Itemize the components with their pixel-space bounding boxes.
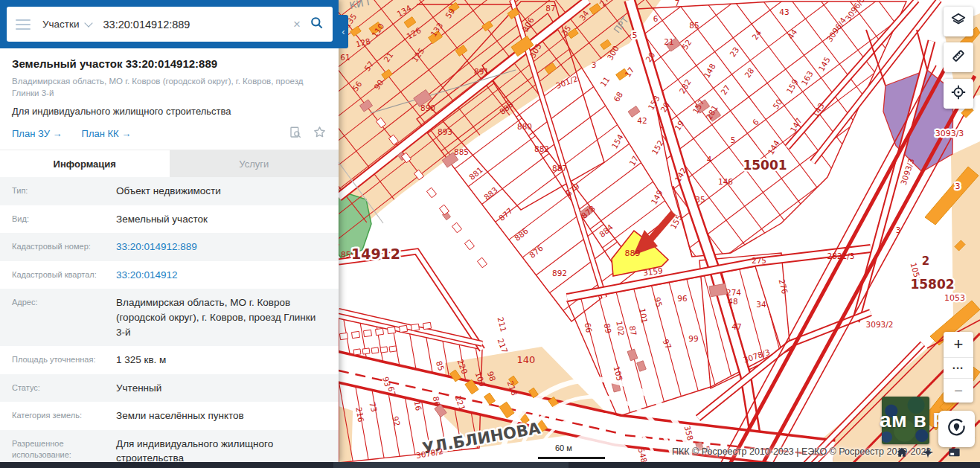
- geolocate-button[interactable]: [938, 411, 975, 447]
- parcel-label: 15001: [743, 158, 787, 173]
- object-title: Земельный участок 33:20:014912:889: [12, 57, 327, 70]
- parcel-label: 61: [340, 53, 350, 62]
- parcel-label: 3093/2: [866, 320, 894, 329]
- zoom-in-button[interactable]: +: [944, 332, 973, 357]
- parcel-label: 87: [628, 325, 638, 336]
- locate-object-button[interactable]: [944, 79, 973, 109]
- zoom-controls: + ••• −: [944, 332, 973, 403]
- zoom-out-button[interactable]: −: [944, 379, 973, 403]
- parcel-label: 42: [637, 116, 647, 125]
- zoom-more-button[interactable]: •••: [944, 357, 973, 379]
- parcel-label: 85: [689, 21, 699, 30]
- object-address: Владимирская область, МО г. Ковров (горо…: [12, 75, 327, 99]
- map-attribution: ПКК © Росреестр 2010-2023 | ЕЭКО © Росре…: [672, 446, 931, 457]
- parcel-label: 890: [420, 103, 435, 112]
- info-table: Тип:Объект недвижимостиВид:Земельный уча…: [0, 177, 339, 468]
- object-usage: Для индивидуального жилищного строительс…: [12, 106, 327, 117]
- info-row: Кадастровый квартал:33:20:014912: [0, 261, 339, 289]
- info-label: Статус:: [12, 381, 116, 396]
- search-header: Участки ×: [0, 0, 339, 48]
- info-label: Кадастровый номер:: [12, 240, 116, 254]
- crosshair-icon: [950, 84, 967, 103]
- position-star-icon[interactable]: [921, 446, 935, 462]
- layers-button[interactable]: [944, 7, 973, 36]
- parcel-label: 6: [653, 14, 659, 23]
- parcel-label: 15802: [910, 277, 954, 292]
- info-label: Вид:: [12, 212, 116, 227]
- info-row: Кадастровый номер:33:20:014912:889: [0, 233, 339, 261]
- parcel-label: 7: [675, 0, 680, 7]
- parcel-label: 5: [632, 31, 638, 40]
- info-row: Площадь уточненная:1 325 кв. м: [0, 346, 339, 374]
- plan-kk-link[interactable]: План КК →: [82, 128, 132, 139]
- chevron-down-icon: [84, 19, 92, 27]
- tab-information[interactable]: Информация: [0, 150, 170, 177]
- basemap-thumbnail[interactable]: [882, 397, 929, 444]
- scale-bar: [538, 457, 605, 459]
- collapse-panel-button[interactable]: ‹: [339, 15, 348, 48]
- info-row: Адрес:Владимирская область, МО г. Ковров…: [0, 289, 339, 346]
- parcel-label: 146: [718, 177, 733, 186]
- info-label: Кадастровый квартал:: [12, 268, 116, 283]
- info-label: Площадь уточненная:: [12, 353, 116, 368]
- search-category-select[interactable]: Участки: [38, 19, 96, 30]
- panel-toggle-icon[interactable]: [947, 446, 961, 462]
- parcel-label: 892: [552, 269, 567, 278]
- parcel-label: 34: [756, 300, 766, 309]
- menu-icon[interactable]: [16, 19, 31, 30]
- info-row: Статус:Учтенный: [0, 374, 339, 403]
- home-icon[interactable]: [895, 446, 909, 462]
- parcel-label: 87: [545, 4, 555, 13]
- info-value: Учтенный: [116, 381, 327, 396]
- parcel-label: 880: [517, 122, 532, 131]
- info-label: Адрес:: [12, 295, 116, 339]
- info-label: Категория земель:: [12, 408, 116, 423]
- info-row: Тип:Объект недвижимости: [0, 177, 339, 205]
- header-icons: [289, 125, 327, 142]
- parcel-label: 882: [534, 144, 549, 153]
- bottom-bar: [0, 462, 980, 468]
- measure-button[interactable]: [944, 42, 973, 72]
- parcel-label: 140: [517, 354, 536, 365]
- parcel-label: 891: [474, 67, 489, 76]
- parcel-label: 35: [695, 195, 705, 204]
- parcel-label: 86: [432, 396, 442, 408]
- plan-zu-link[interactable]: План ЗУ →: [12, 128, 63, 139]
- search-input[interactable]: [103, 19, 285, 31]
- info-row: Категория земель:Земли населённых пункто…: [0, 402, 339, 430]
- parcel-label: 16: [413, 400, 423, 412]
- info-value: Владимирская область, МО г. Ковров (горо…: [116, 295, 327, 339]
- search-bar: Участки ×: [7, 7, 333, 42]
- parcel-label: 887: [552, 164, 567, 173]
- search-icon[interactable]: [310, 16, 324, 33]
- parcel-label: 889: [625, 249, 641, 258]
- clear-search-icon[interactable]: ×: [292, 17, 302, 32]
- parcel-label: 47: [731, 322, 741, 331]
- geolocate-icon: [947, 417, 967, 440]
- parcel-label: 893: [438, 127, 452, 136]
- scale-bar-label: 60 м: [555, 443, 572, 452]
- info-value-link[interactable]: 33:20:014912: [116, 268, 327, 283]
- parcel-label: 274: [726, 288, 741, 297]
- layers-icon: [950, 12, 967, 31]
- info-value: Земельный участок: [116, 212, 327, 227]
- info-panel: Участки × Земельный участок 33:20:014912…: [0, 0, 339, 462]
- parcel-label: 14912: [351, 246, 400, 262]
- search-category-label: Участки: [42, 19, 80, 30]
- parcel-label: 3093/3: [935, 129, 964, 138]
- app-window: 1351345913312611012861211255756908727343…: [0, 0, 980, 468]
- info-value-link[interactable]: 33:20:014912:889: [116, 240, 327, 254]
- parcel-label: 96: [677, 294, 688, 303]
- parcel-label: 43: [779, 7, 789, 16]
- info-label: Тип:: [12, 184, 116, 199]
- parcel-label: 99: [688, 334, 698, 343]
- tab-services[interactable]: Услуги: [170, 150, 339, 177]
- parcel-label: 66: [583, 322, 594, 334]
- plan-links-row: План ЗУ → План КК →: [12, 125, 327, 142]
- doc-search-icon[interactable]: [289, 126, 302, 142]
- favorite-star-icon[interactable]: [313, 125, 327, 142]
- parcel-label: 89: [603, 323, 613, 334]
- map-quick-actions: [895, 446, 961, 462]
- info-value: Объект недвижимости: [116, 184, 327, 199]
- parcel-label: 3: [896, 225, 901, 234]
